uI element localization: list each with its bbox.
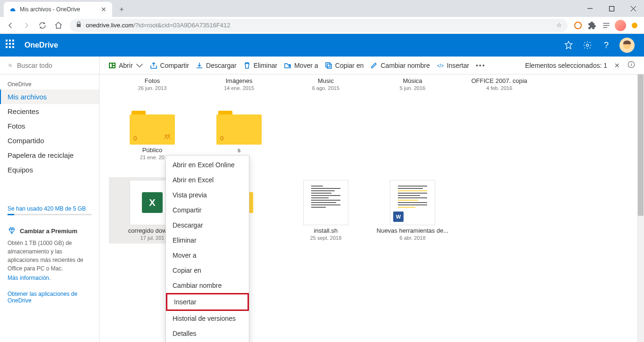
app-launcher-icon[interactable] [6, 40, 17, 51]
diamond-icon [8, 227, 16, 235]
get-apps-link[interactable]: Obtener las aplicaciones de OneDrive [8, 291, 91, 304]
new-tab-button[interactable]: + [115, 3, 128, 16]
svg-point-5 [632, 23, 637, 28]
ctx-open-online[interactable]: Abrir en Excel Online [166, 157, 249, 172]
storage-bar [8, 214, 91, 215]
ctx-delete[interactable]: Eliminar [166, 233, 249, 248]
download-button[interactable]: Descargar [196, 62, 237, 69]
file-item-text[interactable]: install.sh25 sept. 2018 [282, 177, 369, 244]
svg-line-10 [11, 66, 12, 67]
ctx-details[interactable]: Detalles [166, 326, 249, 341]
copy-button[interactable]: Copiar en [325, 62, 364, 69]
home-button[interactable] [51, 18, 66, 33]
open-button[interactable]: Abrir [108, 62, 143, 69]
sidebar-item-recycle[interactable]: Papelera de reciclaje [0, 148, 99, 163]
svg-text:</>: </> [437, 63, 444, 68]
insert-button[interactable]: </>Insertar [437, 62, 469, 69]
ctx-insert[interactable]: Insertar [166, 293, 249, 311]
folder-item[interactable]: Imágenes14 ene. 2015 [196, 74, 282, 94]
address-bar[interactable]: onedrive.live.com/?id=root&cid=03A9D6A73… [70, 19, 568, 32]
main-area: OneDrive Mis archivos Recientes Fotos Co… [0, 74, 644, 342]
share-button[interactable]: Compartir [150, 62, 189, 69]
premium-title: Cambiar a Premium [8, 227, 91, 235]
folder-item[interactable]: Música5 jun. 2016 [369, 74, 456, 94]
search-box[interactable] [0, 62, 99, 69]
svg-rect-1 [609, 6, 614, 11]
help-icon[interactable]: ? [597, 34, 616, 57]
breadcrumb: OneDrive [0, 78, 99, 90]
ctx-history[interactable]: Historial de versiones [166, 311, 249, 326]
svg-rect-14 [113, 66, 115, 67]
app-title: OneDrive [25, 41, 58, 49]
app-header: OneDrive ? [0, 34, 644, 57]
chevron-down-icon [136, 62, 143, 69]
info-icon[interactable] [627, 60, 636, 70]
star-icon[interactable]: ☆ [556, 22, 562, 29]
delete-button[interactable]: Eliminar [243, 62, 278, 69]
file-item-word[interactable]: W Nuevas herramientas de...6 abr. 2018 [369, 177, 456, 244]
folder-item[interactable]: Fotos26 jun. 2013 [109, 74, 196, 94]
context-menu: Abrir en Excel Online Abrir en Excel Vis… [165, 155, 249, 342]
maximize-button[interactable] [601, 0, 622, 17]
browser-tab[interactable]: Mis archivos - OneDrive ✕ [4, 2, 112, 17]
sidebar-item-photos[interactable]: Fotos [0, 119, 99, 133]
update-icon[interactable] [628, 19, 641, 32]
ctx-copy[interactable]: Copiar en [166, 263, 249, 278]
folder-item[interactable]: Music6 ago. 2015 [282, 74, 369, 94]
ctx-share[interactable]: Compartir [166, 203, 249, 218]
word-thumbnail: W [390, 180, 435, 225]
search-icon [8, 62, 12, 69]
tab-title: Mis archivos - OneDrive [20, 6, 80, 13]
close-tab-icon[interactable]: ✕ [100, 6, 107, 13]
folder-item[interactable]: OFFICE 2007. copia4 feb. 2016 [456, 74, 543, 94]
move-button[interactable]: Mover a [284, 62, 318, 69]
svg-point-6 [586, 44, 589, 47]
nav-list: Mis archivos Recientes Fotos Compartido … [0, 90, 99, 177]
url-text: onedrive.live.com/?id=root&cid=03A9D6A73… [86, 22, 553, 29]
folder-icon: 0 [216, 111, 262, 145]
back-button[interactable] [3, 18, 18, 33]
onedrive-favicon [8, 6, 16, 13]
svg-rect-16 [327, 64, 331, 68]
minimize-button[interactable] [579, 0, 601, 17]
close-window-button[interactable] [622, 0, 644, 17]
folder-icon: 0 [130, 111, 175, 145]
sidebar-item-shared[interactable]: Compartido [0, 133, 99, 148]
ctx-move[interactable]: Mover a [166, 248, 249, 263]
storage-status[interactable]: Se han usado 420 MB de 5 GB [0, 201, 99, 220]
search-input[interactable] [17, 62, 99, 69]
sidebar-item-recent[interactable]: Recientes [0, 104, 99, 119]
selection-status: Elementos seleccionados: 1 [525, 62, 607, 69]
premium-box: Cambiar a Premium Obtén 1 TB (1000 GB) d… [0, 220, 99, 310]
ctx-rename[interactable]: Cambiar nombre [166, 278, 249, 293]
excel-icon: X [142, 192, 163, 213]
ctx-preview[interactable]: Vista previa [166, 187, 249, 203]
ctx-open-excel[interactable]: Abrir en Excel [166, 172, 249, 187]
premium-desc: Obtén 1 TB (1000 GB) de almacenamiento y… [8, 239, 91, 273]
extension-icon[interactable] [571, 19, 585, 32]
ctx-download[interactable]: Descargar [166, 218, 249, 233]
scrollbar-thumb[interactable] [638, 74, 644, 216]
reload-button[interactable] [35, 18, 50, 33]
clear-selection-icon[interactable]: ✕ [613, 61, 621, 70]
more-button[interactable]: ••• [476, 62, 486, 69]
window-controls [579, 0, 644, 17]
svg-point-22 [168, 135, 170, 137]
premium-icon[interactable] [559, 34, 578, 57]
extensions-button[interactable] [586, 19, 599, 32]
reading-list-icon[interactable] [600, 19, 613, 32]
command-bar-row: Abrir Compartir Descargar Eliminar Mover… [0, 57, 644, 74]
settings-icon[interactable] [578, 34, 597, 57]
sidebar-item-my-files[interactable]: Mis archivos [0, 90, 99, 104]
user-avatar[interactable] [619, 38, 635, 53]
premium-more-link[interactable]: Más información. [8, 275, 91, 281]
word-icon: W [393, 212, 404, 222]
browser-toolbar: onedrive.live.com/?id=root&cid=03A9D6A73… [0, 17, 644, 34]
rename-button[interactable]: Cambiar nombre [370, 62, 429, 69]
shared-icon [164, 133, 171, 142]
scrollbar[interactable] [637, 74, 644, 342]
sidebar-item-teams[interactable]: Equipos [0, 163, 99, 177]
file-row: Fotos26 jun. 2013 Imágenes14 ene. 2015 M… [109, 74, 635, 94]
profile-avatar[interactable] [614, 19, 627, 32]
forward-button[interactable] [19, 18, 34, 33]
